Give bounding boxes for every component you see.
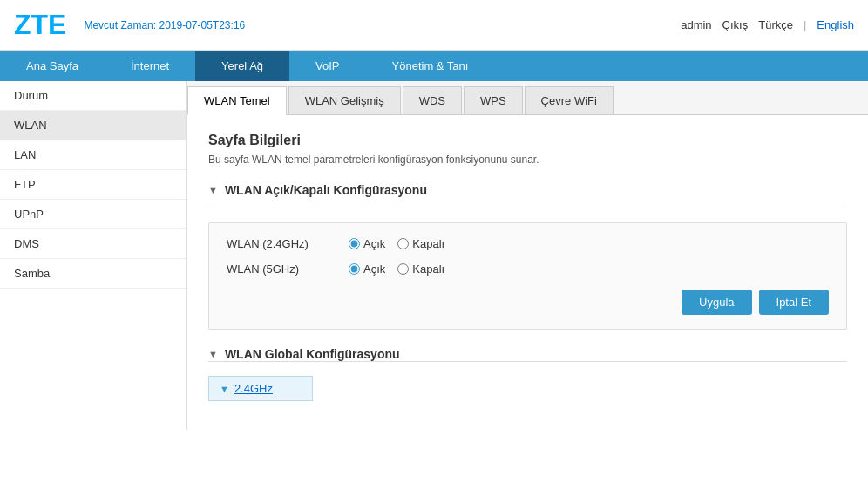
wlan-onoff-title: WLAN Açık/Kapalı Konfigürasyonu [225, 183, 427, 197]
tab-wps[interactable]: WPS [464, 86, 523, 114]
cancel-button[interactable]: İptal Et [759, 290, 829, 315]
wlan-onoff-header[interactable]: ▼ WLAN Açık/Kapalı Konfigürasyonu [208, 183, 847, 197]
wlan-5ghz-options: Açık Kapalı [349, 262, 444, 276]
sidebar-item-ftp[interactable]: FTP [0, 170, 186, 200]
wlan-onoff-box: WLAN (2.4GHz) Açık Kapalı [208, 222, 847, 330]
wlan-24ghz-closed-radio[interactable] [397, 238, 409, 249]
header-time: Mevcut Zaman: 2019-07-05T23:16 [84, 19, 681, 31]
header: ZTE Mevcut Zaman: 2019-07-05T23:16 admin… [0, 0, 868, 51]
sidebar-item-upnp[interactable]: UPnP [0, 200, 186, 229]
global-collapse-icon: ▼ [208, 349, 218, 359]
logout-link[interactable]: Çıkış [722, 18, 749, 31]
admin-link[interactable]: admin [681, 18, 711, 31]
wlan-5ghz-closed-option[interactable]: Kapalı [397, 262, 444, 276]
subsection-24ghz: ▼ 2.4GHz [208, 376, 847, 401]
wlan-5ghz-row: WLAN (5GHz) Açık Kapalı [227, 262, 829, 276]
wlan-5ghz-open-radio[interactable] [349, 263, 360, 275]
tab-wlan-temel[interactable]: WLAN Temel [187, 86, 287, 115]
sidebar-item-wlan[interactable]: WLAN [0, 111, 186, 140]
wlan-24ghz-options: Açık Kapalı [349, 237, 444, 250]
wlan-5ghz-closed-radio[interactable] [397, 263, 409, 275]
tab-wds[interactable]: WDS [403, 86, 462, 114]
wlan-24ghz-open-radio[interactable] [349, 238, 360, 249]
wlan-24ghz-closed-label: Kapalı [412, 237, 444, 250]
apply-button[interactable]: Uygula [682, 290, 751, 315]
wlan-5ghz-open-label: Açık [363, 262, 385, 276]
header-right: admin Çıkış Türkçe | English [681, 18, 854, 31]
logo: ZTE [14, 9, 66, 41]
wlan-24ghz-closed-option[interactable]: Kapalı [397, 237, 444, 250]
nav-item-voip[interactable]: VoIP [289, 51, 365, 81]
lang-separator: | [804, 18, 806, 31]
main-content: WLAN Temel WLAN Gelişmiş WDS WPS Çevre W… [187, 81, 868, 430]
wlan-global-section: ▼ WLAN Global Konfigürasyonu ▼ 2.4GHz [208, 347, 847, 401]
sidebar-item-lan[interactable]: LAN [0, 140, 186, 170]
wlan-24ghz-open-option[interactable]: Açık [349, 237, 385, 250]
nav-item-management[interactable]: Yönetim & Tanı [366, 51, 495, 81]
collapse-icon: ▼ [208, 185, 218, 195]
sidebar-item-durum[interactable]: Durum [0, 81, 186, 111]
page-title: Sayfa Bilgileri [208, 133, 847, 148]
wlan-5ghz-closed-label: Kapalı [412, 262, 444, 276]
subsection-24ghz-label[interactable]: 2.4GHz [234, 382, 273, 395]
wlan-onoff-buttons: Uygula İptal Et [227, 290, 829, 315]
nav-item-home[interactable]: Ana Sayfa [0, 51, 105, 81]
nav-item-local-network[interactable]: Yerel Ağ [195, 51, 289, 81]
subsection-icon: ▼ [220, 384, 229, 394]
wlan-5ghz-open-option[interactable]: Açık [349, 262, 385, 276]
tab-cevre-wifi[interactable]: Çevre WiFi [525, 86, 614, 114]
wlan-24ghz-row: WLAN (2.4GHz) Açık Kapalı [227, 237, 829, 250]
layout: Durum WLAN LAN FTP UPnP DMS Samba WLAN T… [0, 81, 868, 430]
content-area: Sayfa Bilgileri Bu sayfa WLAN temel para… [187, 115, 868, 419]
section-divider [208, 208, 847, 208]
main-nav: Ana Sayfa İnternet Yerel Ağ VoIP Yönetim… [0, 51, 868, 81]
tab-wlan-gelismis[interactable]: WLAN Gelişmiş [288, 86, 401, 114]
sidebar-item-dms[interactable]: DMS [0, 229, 186, 259]
wlan-24ghz-open-label: Açık [363, 237, 385, 250]
wlan-24ghz-label: WLAN (2.4GHz) [227, 237, 349, 250]
sidebar-item-samba[interactable]: Samba [0, 259, 186, 289]
wlan-global-title: WLAN Global Konfigürasyonu [225, 347, 400, 361]
lang-english[interactable]: English [817, 18, 854, 31]
wlan-5ghz-label: WLAN (5GHz) [227, 262, 349, 276]
tab-bar: WLAN Temel WLAN Gelişmiş WDS WPS Çevre W… [187, 81, 868, 115]
global-section-divider [208, 361, 847, 362]
wlan-global-header[interactable]: ▼ WLAN Global Konfigürasyonu [208, 347, 847, 361]
lang-turkish[interactable]: Türkçe [758, 18, 793, 31]
subsection-24ghz-header[interactable]: ▼ 2.4GHz [208, 376, 313, 401]
nav-item-internet[interactable]: İnternet [105, 51, 195, 81]
sidebar: Durum WLAN LAN FTP UPnP DMS Samba [0, 81, 187, 430]
wlan-onoff-section: ▼ WLAN Açık/Kapalı Konfigürasyonu WLAN (… [208, 183, 847, 330]
page-description: Bu sayfa WLAN temel parametreleri konfig… [208, 153, 847, 166]
